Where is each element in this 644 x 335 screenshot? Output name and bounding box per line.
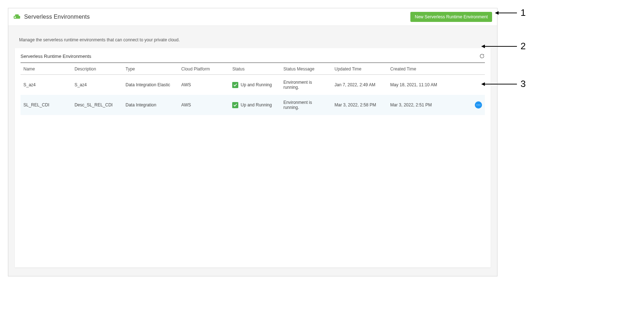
annotation-callouts: 1 2 3 — [497, 0, 541, 284]
cell-name: SL_REL_CDI — [21, 95, 72, 115]
ellipsis-icon — [478, 105, 479, 106]
page-header: Serverless Environments New Serverless R… — [8, 8, 497, 26]
cell-status-message: Environment is running. — [280, 75, 332, 95]
callout-label: 1 — [521, 7, 526, 18]
status-text: Up and Running — [240, 102, 272, 107]
column-header-cloud-platform[interactable]: Cloud Platform — [179, 63, 230, 75]
cell-updated-time: Jan 7, 2022, 2:49 AM — [332, 75, 387, 95]
ellipsis-icon — [479, 105, 481, 106]
cell-name: S_az4 — [21, 75, 72, 95]
row-actions-button[interactable] — [475, 101, 482, 109]
table-row[interactable]: S_az4 S_az4 Data Integration Elastic AWS… — [21, 75, 485, 95]
column-header-description[interactable]: Description — [72, 63, 123, 75]
callout-label: 3 — [521, 78, 526, 90]
callout-label: 2 — [521, 41, 526, 52]
table-row[interactable]: SL_REL_CDI Desc_SL_REL_CDI Data Integrat… — [21, 95, 485, 115]
status-text: Up and Running — [240, 82, 272, 87]
check-icon — [232, 82, 238, 88]
new-serverless-runtime-button[interactable]: New Serverless Runtime Environment — [410, 12, 492, 22]
column-header-type[interactable]: Type — [123, 63, 179, 75]
cell-cloud-platform: AWS — [179, 95, 230, 115]
app-frame: Serverless Environments New Serverless R… — [8, 8, 497, 276]
cell-created-time: Mar 3, 2022, 2:51 PM — [387, 95, 461, 115]
cell-description: S_az4 — [72, 75, 123, 95]
environments-panel: Serverless Runtime Environments Name Des… — [15, 48, 491, 267]
content-area: Manage the serverless runtime environmen… — [8, 26, 497, 276]
cell-type: Data Integration Elastic — [123, 75, 179, 95]
cell-type: Data Integration — [123, 95, 179, 115]
cell-updated-time: Mar 3, 2022, 2:58 PM — [332, 95, 387, 115]
page-title: Serverless Environments — [24, 14, 90, 20]
cell-description: Desc_SL_REL_CDI — [72, 95, 123, 115]
page-subtitle: Manage the serverless runtime environmen… — [19, 37, 491, 42]
panel-title: Serverless Runtime Environments — [21, 54, 91, 59]
column-header-status-message[interactable]: Status Message — [280, 63, 332, 75]
cell-created-time: May 18, 2021, 11:10 AM — [387, 75, 461, 95]
column-header-updated-time[interactable]: Updated Time — [332, 63, 387, 75]
svg-rect-1 — [14, 17, 16, 18]
column-header-status[interactable]: Status — [229, 63, 280, 75]
cell-cloud-platform: AWS — [179, 75, 230, 95]
column-header-name[interactable]: Name — [21, 63, 72, 75]
cell-status-message: Environment is running. — [280, 95, 332, 115]
svg-rect-2 — [15, 14, 19, 16]
ellipsis-icon — [477, 105, 478, 106]
serverless-icon — [13, 13, 21, 20]
cell-status: Up and Running — [232, 82, 278, 88]
environments-table: Name Description Type Cloud Platform Sta… — [21, 63, 485, 115]
refresh-icon[interactable] — [479, 53, 485, 59]
cell-status: Up and Running — [232, 102, 278, 108]
column-header-created-time[interactable]: Created Time — [387, 63, 461, 75]
check-icon — [232, 102, 238, 108]
